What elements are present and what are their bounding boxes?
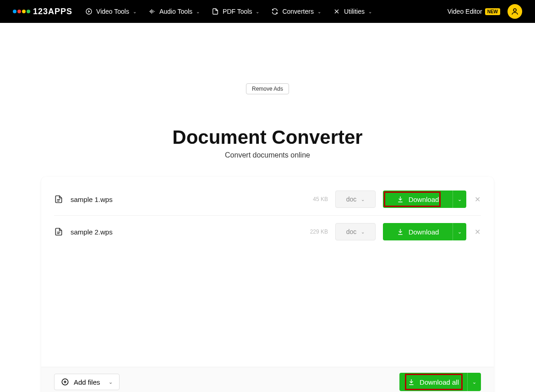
file-size: 229 KB xyxy=(300,229,328,235)
download-label: Download xyxy=(409,228,439,236)
download-main: Download xyxy=(383,228,453,236)
file-size: 45 KB xyxy=(300,196,328,202)
nav-label: Converters xyxy=(282,8,313,15)
download-dropdown[interactable]: ⌄ xyxy=(453,223,466,240)
file-name: sample 1.wps xyxy=(71,196,293,203)
document-icon xyxy=(54,227,63,236)
nav-utilities[interactable]: Utilities ⌄ xyxy=(333,8,372,15)
download-icon xyxy=(408,378,415,386)
download-button[interactable]: Download ⌄ xyxy=(383,223,466,240)
chevron-down-icon: ⌄ xyxy=(109,379,113,385)
add-files-button[interactable]: Add files ⌄ xyxy=(54,374,120,390)
format-select[interactable]: doc ⌄ xyxy=(335,191,376,208)
file-row: sample 2.wps 229 KB doc ⌄ Download ⌄ ✕ xyxy=(54,216,481,248)
audio-wave-icon xyxy=(148,8,156,15)
chevron-down-icon: ⌄ xyxy=(361,229,365,234)
document-icon xyxy=(54,195,63,204)
panel-footer: Add files ⌄ Download all ⌄ xyxy=(41,367,494,392)
nav-label: PDF Tools xyxy=(223,8,252,15)
remove-ads-button[interactable]: Remove Ads xyxy=(246,83,289,94)
nav-label: Video Tools xyxy=(96,8,129,15)
main-nav: Video Tools ⌄ Audio Tools ⌄ PDF Tools ⌄ … xyxy=(85,8,448,15)
format-value: doc xyxy=(346,196,357,203)
new-badge: NEW xyxy=(485,8,500,15)
chevron-down-icon: ⌄ xyxy=(256,9,259,14)
tools-icon xyxy=(333,8,340,15)
remove-button[interactable]: ✕ xyxy=(474,228,481,236)
download-all-label: Download all xyxy=(420,378,459,386)
nav-label: Utilities xyxy=(344,8,365,15)
video-editor-label: Video Editor xyxy=(448,8,482,15)
chevron-down-icon: ⌄ xyxy=(196,9,200,14)
download-button[interactable]: Download ⌄ xyxy=(383,191,466,208)
play-circle-icon xyxy=(85,8,93,15)
nav-converters[interactable]: Converters ⌄ xyxy=(271,8,321,15)
nav-label: Audio Tools xyxy=(159,8,192,15)
chevron-down-icon: ⌄ xyxy=(317,9,321,14)
user-avatar[interactable] xyxy=(508,4,522,19)
title-block: Document Converter Convert documents onl… xyxy=(0,126,535,159)
remove-button[interactable]: ✕ xyxy=(474,195,481,204)
user-icon xyxy=(511,7,519,16)
page-title: Document Converter xyxy=(0,126,535,148)
download-icon xyxy=(397,228,404,235)
file-list: sample 1.wps 45 KB doc ⌄ Download ⌄ ✕ sa… xyxy=(41,177,494,248)
app-header: 123APPS Video Tools ⌄ Audio Tools ⌄ PDF … xyxy=(0,0,535,23)
chevron-down-icon: ⌄ xyxy=(368,9,372,14)
download-all-main: Download all xyxy=(399,378,467,386)
format-select[interactable]: doc ⌄ xyxy=(335,223,376,240)
format-value: doc xyxy=(346,228,357,235)
chevron-down-icon: ⌄ xyxy=(133,9,136,14)
logo-dots-icon xyxy=(13,10,30,13)
nav-audio-tools[interactable]: Audio Tools ⌄ xyxy=(148,8,200,15)
page-subtitle: Convert documents online xyxy=(0,151,535,159)
video-editor-link[interactable]: Video Editor NEW xyxy=(448,8,500,15)
download-main: Download xyxy=(383,196,453,203)
logo[interactable]: 123APPS xyxy=(13,7,72,16)
converter-panel: sample 1.wps 45 KB doc ⌄ Download ⌄ ✕ sa… xyxy=(41,177,494,392)
file-icon xyxy=(212,8,219,15)
file-name: sample 2.wps xyxy=(71,228,293,236)
add-files-label: Add files xyxy=(74,378,100,386)
download-label: Download xyxy=(409,196,439,203)
svg-point-1 xyxy=(513,9,516,11)
plus-circle-icon xyxy=(61,378,69,386)
logo-text: 123APPS xyxy=(33,7,72,16)
download-all-button[interactable]: Download all ⌄ xyxy=(399,373,481,391)
nav-pdf-tools[interactable]: PDF Tools ⌄ xyxy=(212,8,259,15)
file-row: sample 1.wps 45 KB doc ⌄ Download ⌄ ✕ xyxy=(54,183,481,216)
chevron-down-icon: ⌄ xyxy=(361,197,365,202)
download-dropdown[interactable]: ⌄ xyxy=(453,191,466,208)
header-right: Video Editor NEW xyxy=(448,4,522,19)
refresh-icon xyxy=(271,8,278,15)
download-all-dropdown[interactable]: ⌄ xyxy=(467,373,481,391)
nav-video-tools[interactable]: Video Tools ⌄ xyxy=(85,8,136,15)
download-icon xyxy=(397,196,404,203)
remove-ads-row: Remove Ads xyxy=(0,83,535,94)
